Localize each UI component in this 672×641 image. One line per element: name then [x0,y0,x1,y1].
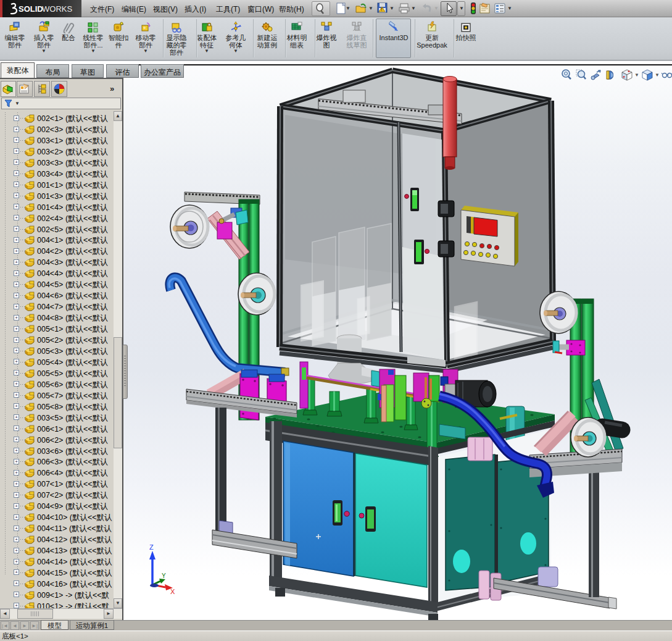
svg-text:X: X [170,588,175,595]
svg-text:SOLID: SOLID [19,4,43,14]
svg-text:!: ! [381,7,383,12]
svg-text:Y: Y [162,572,166,579]
svg-text:Z: Z [149,543,154,551]
svg-text:WORKS: WORKS [42,4,72,14]
